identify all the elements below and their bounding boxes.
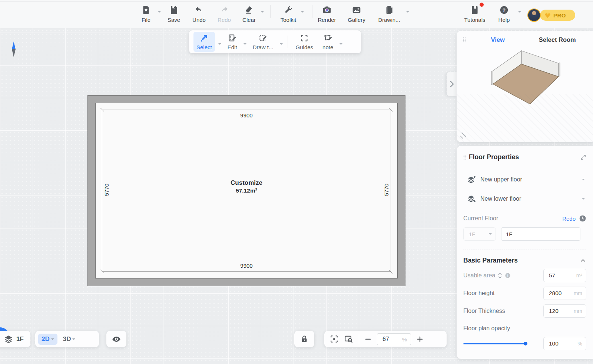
floor-plan-room[interactable]: 9900 9900 5770 5770 Customize 57.12m²: [87, 95, 405, 286]
chevron-right-icon: [449, 81, 454, 87]
top-toolbar: File Save Undo Redo Clear Toolkit Render…: [0, 0, 593, 28]
pro-badge[interactable]: PRO: [540, 10, 575, 21]
room-area: 57.12m²: [96, 187, 397, 194]
opacity-slider[interactable]: [463, 342, 527, 345]
tutorials-book-icon: [470, 5, 480, 15]
select-tool[interactable]: Select: [193, 32, 215, 52]
tab-view[interactable]: View: [468, 36, 528, 43]
usable-area-input[interactable]: [544, 269, 570, 282]
note-icon: [323, 33, 333, 43]
zoom-level-input[interactable]: [377, 334, 397, 345]
floor-height-input[interactable]: [544, 287, 570, 300]
gem-icon: [544, 13, 551, 18]
new-lower-floor-icon: [467, 194, 476, 203]
user-avatar[interactable]: [527, 9, 541, 22]
help-icon: ?: [499, 5, 509, 15]
history-clock-icon[interactable]: [579, 215, 586, 222]
info-icon[interactable]: i: [505, 273, 511, 278]
drag-handle-icon[interactable]: [463, 37, 466, 43]
drag-handle-icon[interactable]: [463, 154, 467, 160]
room-label[interactable]: Customize 57.12m²: [96, 179, 397, 194]
resize-handle-icon[interactable]: [460, 133, 466, 139]
fit-view-icon[interactable]: [329, 334, 339, 344]
tab-select-room[interactable]: Select Room: [528, 36, 587, 43]
render-button[interactable]: Render: [315, 5, 339, 23]
floor-thickness-input[interactable]: [544, 305, 570, 317]
floor-thickness-field: mm: [543, 304, 586, 318]
current-floor-value: 1F: [16, 335, 24, 343]
room-name: Customize: [96, 179, 397, 187]
unit-label: mm: [574, 290, 582, 296]
edit-icon: [228, 33, 237, 43]
drawing-icon: [384, 5, 394, 15]
caret-down-icon: [489, 233, 492, 236]
drawing-button[interactable]: Drawin...: [377, 5, 401, 23]
view-mode-pill: 2D 3D: [35, 331, 99, 347]
divider: [288, 36, 288, 48]
select-caret-icon[interactable]: [218, 43, 221, 46]
help-button[interactable]: ? Help: [492, 5, 516, 23]
divider: [312, 5, 312, 18]
gallery-icon: [352, 5, 361, 15]
caret-down-icon[interactable]: [582, 198, 585, 201]
mode-3d-button[interactable]: 3D: [60, 334, 79, 345]
caret-down-icon[interactable]: [582, 179, 585, 182]
dimension-top: 9900: [96, 112, 397, 118]
opacity-input[interactable]: [544, 337, 570, 350]
floor-height-label: Floor height: [463, 290, 495, 297]
new-lower-floor-button[interactable]: New lower floor: [467, 193, 586, 205]
edit-tool[interactable]: Edit: [225, 32, 240, 52]
sort-updown-icon[interactable]: [497, 273, 503, 279]
guides-tool[interactable]: Guides: [293, 32, 317, 52]
select-cursor-icon: [199, 33, 209, 43]
new-upper-floor-icon: [467, 175, 476, 184]
file-caret-icon[interactable]: [158, 11, 161, 14]
layers-icon: [4, 334, 13, 344]
redo-button: Redo: [212, 5, 236, 23]
save-button[interactable]: Save: [162, 5, 186, 23]
tutorials-button[interactable]: Tutorials: [463, 5, 487, 23]
edit-caret-icon[interactable]: [244, 43, 246, 46]
zoom-out-icon[interactable]: [364, 335, 372, 343]
room-interior[interactable]: 9900 9900 5770 5770 Customize 57.12m²: [95, 103, 398, 278]
visibility-pill[interactable]: [106, 331, 126, 347]
redo-link[interactable]: Redo: [562, 216, 576, 222]
undo-button[interactable]: Undo: [187, 5, 211, 23]
help-caret-icon[interactable]: [518, 11, 521, 14]
slider-knob[interactable]: [524, 342, 527, 345]
toolkit-button[interactable]: Toolkit: [276, 5, 300, 23]
note-tool[interactable]: note: [319, 32, 336, 52]
zoom-region-icon[interactable]: [344, 334, 354, 344]
floor-height-field: mm: [543, 287, 586, 300]
mode-2d-button[interactable]: 2D: [38, 334, 57, 345]
lock-pill[interactable]: [294, 331, 314, 347]
drawing-caret-icon[interactable]: [406, 11, 409, 14]
panel-collapse-tab[interactable]: [447, 72, 457, 96]
room-3d-preview[interactable]: [483, 50, 568, 124]
floor-selector-pill[interactable]: 1F: [0, 331, 30, 347]
floor-properties-panel: Floor Properties New upper floor New low…: [457, 146, 593, 359]
file-icon: [141, 5, 151, 15]
floor-name-input[interactable]: [501, 227, 580, 241]
opacity-label: Floor plan opacity: [463, 325, 586, 332]
draw-caret-icon[interactable]: [280, 43, 283, 46]
draw-tool[interactable]: Draw t...: [250, 32, 276, 52]
undo-icon: [194, 5, 204, 15]
toolkit-caret-icon[interactable]: [301, 11, 304, 14]
clear-button[interactable]: Clear: [237, 5, 261, 23]
new-upper-floor-button[interactable]: New upper floor: [467, 173, 586, 186]
gallery-button[interactable]: Gallery: [345, 5, 368, 23]
floor-thickness-label: Floor Thickness: [463, 308, 505, 314]
note-caret-icon[interactable]: [339, 43, 342, 46]
clear-caret-icon[interactable]: [261, 11, 264, 14]
file-button[interactable]: File: [134, 5, 158, 23]
compass-north-icon[interactable]: [10, 41, 17, 58]
expand-icon[interactable]: [580, 154, 586, 160]
floor-select[interactable]: 1F: [463, 227, 496, 241]
tool-palette: Select Edit Draw t... Guides note: [189, 30, 361, 53]
zoom-in-icon[interactable]: [416, 335, 424, 343]
basic-parameters-title: Basic Parameters: [463, 257, 580, 264]
unit-label: %: [578, 341, 582, 347]
dimension-bottom: 9900: [96, 263, 397, 269]
chevron-up-icon[interactable]: [580, 257, 586, 264]
